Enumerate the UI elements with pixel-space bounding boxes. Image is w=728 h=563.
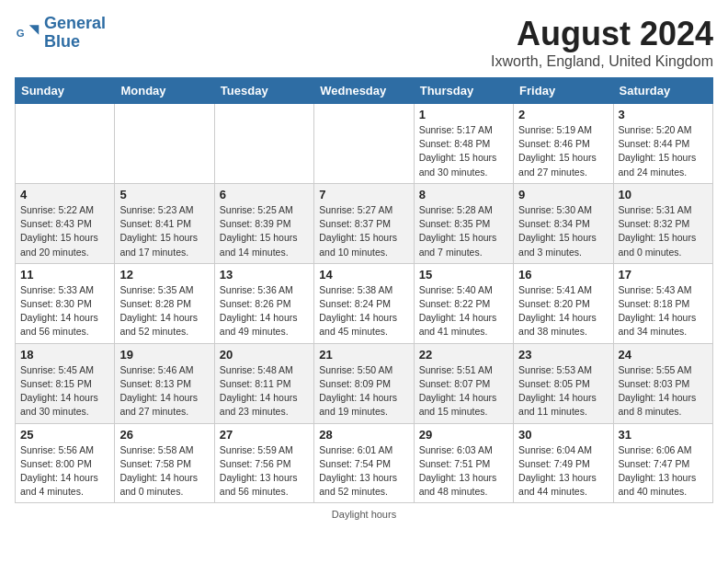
calendar-week-row: 18Sunrise: 5:45 AMSunset: 8:15 PMDayligh… bbox=[16, 343, 713, 423]
calendar-cell: 29Sunrise: 6:03 AMSunset: 7:51 PMDayligh… bbox=[414, 423, 513, 503]
svg-text:G: G bbox=[17, 27, 25, 38]
footer-note: Daylight hours bbox=[15, 509, 713, 520]
calendar-cell: 24Sunrise: 5:55 AMSunset: 8:03 PMDayligh… bbox=[613, 343, 712, 423]
day-number: 8 bbox=[419, 188, 508, 201]
day-number: 27 bbox=[220, 428, 309, 442]
calendar-cell: 26Sunrise: 5:58 AMSunset: 7:58 PMDayligh… bbox=[115, 423, 214, 503]
day-info: Sunrise: 5:25 AMSunset: 8:39 PMDaylight:… bbox=[220, 203, 309, 259]
day-number: 29 bbox=[419, 428, 508, 442]
day-number: 24 bbox=[619, 348, 708, 362]
calendar-cell: 16Sunrise: 5:41 AMSunset: 8:20 PMDayligh… bbox=[514, 263, 613, 343]
day-number: 4 bbox=[20, 188, 109, 201]
day-info: Sunrise: 5:35 AMSunset: 8:28 PMDaylight:… bbox=[119, 283, 209, 339]
day-info: Sunrise: 5:58 AMSunset: 7:58 PMDaylight:… bbox=[119, 443, 209, 500]
day-number: 7 bbox=[319, 188, 408, 201]
day-info: Sunrise: 5:36 AMSunset: 8:26 PMDaylight:… bbox=[220, 283, 309, 339]
day-info: Sunrise: 6:03 AMSunset: 7:51 PMDaylight:… bbox=[419, 443, 508, 500]
calendar-header-row: SundayMondayTuesdayWednesdayThursdayFrid… bbox=[16, 78, 713, 104]
day-number: 14 bbox=[319, 268, 408, 282]
day-number: 16 bbox=[518, 268, 608, 282]
day-number: 31 bbox=[619, 428, 708, 442]
calendar-cell: 27Sunrise: 5:59 AMSunset: 7:56 PMDayligh… bbox=[214, 423, 313, 503]
day-info: Sunrise: 6:04 AMSunset: 7:49 PMDaylight:… bbox=[518, 443, 608, 500]
day-number: 26 bbox=[119, 428, 209, 442]
calendar-cell: 28Sunrise: 6:01 AMSunset: 7:54 PMDayligh… bbox=[314, 423, 414, 503]
calendar-day-header: Saturday bbox=[613, 78, 712, 104]
calendar-table: SundayMondayTuesdayWednesdayThursdayFrid… bbox=[15, 77, 713, 503]
calendar-cell: 15Sunrise: 5:40 AMSunset: 8:22 PMDayligh… bbox=[414, 263, 513, 343]
day-info: Sunrise: 5:30 AMSunset: 8:34 PMDaylight:… bbox=[518, 203, 608, 259]
logo-text: General Blue bbox=[44, 15, 106, 52]
day-info: Sunrise: 5:19 AMSunset: 8:46 PMDaylight:… bbox=[518, 123, 608, 179]
calendar-cell: 22Sunrise: 5:51 AMSunset: 8:07 PMDayligh… bbox=[414, 343, 513, 423]
day-number: 1 bbox=[419, 108, 508, 121]
day-info: Sunrise: 5:20 AMSunset: 8:44 PMDaylight:… bbox=[619, 123, 708, 179]
calendar-cell: 10Sunrise: 5:31 AMSunset: 8:32 PMDayligh… bbox=[613, 183, 712, 263]
calendar-cell: 14Sunrise: 5:38 AMSunset: 8:24 PMDayligh… bbox=[314, 263, 414, 343]
calendar-cell: 13Sunrise: 5:36 AMSunset: 8:26 PMDayligh… bbox=[214, 263, 313, 343]
day-info: Sunrise: 5:41 AMSunset: 8:20 PMDaylight:… bbox=[518, 283, 608, 339]
day-number: 22 bbox=[419, 348, 508, 362]
day-info: Sunrise: 6:06 AMSunset: 7:47 PMDaylight:… bbox=[619, 443, 708, 500]
calendar-day-header: Wednesday bbox=[314, 78, 414, 104]
day-number: 18 bbox=[20, 348, 109, 362]
calendar-week-row: 4Sunrise: 5:22 AMSunset: 8:43 PMDaylight… bbox=[16, 183, 713, 263]
day-number: 30 bbox=[518, 428, 608, 442]
day-number: 19 bbox=[119, 348, 209, 362]
day-info: Sunrise: 5:51 AMSunset: 8:07 PMDaylight:… bbox=[419, 363, 508, 419]
day-number: 3 bbox=[619, 108, 708, 121]
calendar-cell bbox=[314, 104, 414, 184]
day-info: Sunrise: 5:46 AMSunset: 8:13 PMDaylight:… bbox=[119, 363, 209, 419]
calendar-cell: 17Sunrise: 5:43 AMSunset: 8:18 PMDayligh… bbox=[613, 263, 712, 343]
calendar-week-row: 25Sunrise: 5:56 AMSunset: 8:00 PMDayligh… bbox=[16, 423, 713, 503]
day-info: Sunrise: 5:53 AMSunset: 8:05 PMDaylight:… bbox=[518, 363, 608, 419]
calendar-cell: 12Sunrise: 5:35 AMSunset: 8:28 PMDayligh… bbox=[115, 263, 214, 343]
calendar-cell: 6Sunrise: 5:25 AMSunset: 8:39 PMDaylight… bbox=[214, 183, 313, 263]
day-info: Sunrise: 5:23 AMSunset: 8:41 PMDaylight:… bbox=[119, 203, 209, 259]
calendar-day-header: Friday bbox=[514, 78, 613, 104]
calendar-cell: 4Sunrise: 5:22 AMSunset: 8:43 PMDaylight… bbox=[16, 183, 115, 263]
calendar-cell: 5Sunrise: 5:23 AMSunset: 8:41 PMDaylight… bbox=[115, 183, 214, 263]
day-number: 23 bbox=[518, 348, 608, 362]
day-number: 17 bbox=[619, 268, 708, 282]
day-number: 9 bbox=[518, 188, 608, 201]
calendar-cell bbox=[115, 104, 214, 184]
day-info: Sunrise: 6:01 AMSunset: 7:54 PMDaylight:… bbox=[319, 443, 408, 500]
day-info: Sunrise: 5:55 AMSunset: 8:03 PMDaylight:… bbox=[619, 363, 708, 419]
calendar-day-header: Monday bbox=[115, 78, 214, 104]
day-info: Sunrise: 5:56 AMSunset: 8:00 PMDaylight:… bbox=[20, 443, 109, 500]
calendar-cell: 21Sunrise: 5:50 AMSunset: 8:09 PMDayligh… bbox=[314, 343, 414, 423]
day-number: 15 bbox=[419, 268, 508, 282]
logo-icon: G bbox=[15, 20, 40, 46]
day-number: 13 bbox=[220, 268, 309, 282]
calendar-cell: 31Sunrise: 6:06 AMSunset: 7:47 PMDayligh… bbox=[613, 423, 712, 503]
day-number: 12 bbox=[119, 268, 209, 282]
day-number: 10 bbox=[619, 188, 708, 201]
calendar-week-row: 1Sunrise: 5:17 AMSunset: 8:48 PMDaylight… bbox=[16, 104, 713, 184]
day-number: 11 bbox=[20, 268, 109, 282]
day-info: Sunrise: 5:38 AMSunset: 8:24 PMDaylight:… bbox=[319, 283, 408, 339]
calendar-cell: 1Sunrise: 5:17 AMSunset: 8:48 PMDaylight… bbox=[414, 104, 513, 184]
title-block: August 2024 Ixworth, England, United Kin… bbox=[491, 15, 713, 70]
day-number: 20 bbox=[220, 348, 309, 362]
calendar-cell: 7Sunrise: 5:27 AMSunset: 8:37 PMDaylight… bbox=[314, 183, 414, 263]
calendar-cell: 2Sunrise: 5:19 AMSunset: 8:46 PMDaylight… bbox=[514, 104, 613, 184]
day-number: 2 bbox=[518, 108, 608, 121]
calendar-cell bbox=[214, 104, 313, 184]
calendar-cell: 8Sunrise: 5:28 AMSunset: 8:35 PMDaylight… bbox=[414, 183, 513, 263]
page-header: G General Blue August 2024 Ixworth, Engl… bbox=[15, 15, 713, 70]
day-info: Sunrise: 5:40 AMSunset: 8:22 PMDaylight:… bbox=[419, 283, 508, 339]
day-info: Sunrise: 5:48 AMSunset: 8:11 PMDaylight:… bbox=[220, 363, 309, 419]
day-info: Sunrise: 5:59 AMSunset: 7:56 PMDaylight:… bbox=[220, 443, 309, 500]
calendar-cell: 3Sunrise: 5:20 AMSunset: 8:44 PMDaylight… bbox=[613, 104, 712, 184]
day-info: Sunrise: 5:28 AMSunset: 8:35 PMDaylight:… bbox=[419, 203, 508, 259]
day-number: 6 bbox=[220, 188, 309, 201]
calendar-day-header: Thursday bbox=[414, 78, 513, 104]
calendar-cell: 9Sunrise: 5:30 AMSunset: 8:34 PMDaylight… bbox=[514, 183, 613, 263]
day-info: Sunrise: 5:45 AMSunset: 8:15 PMDaylight:… bbox=[20, 363, 109, 419]
day-info: Sunrise: 5:50 AMSunset: 8:09 PMDaylight:… bbox=[319, 363, 408, 419]
logo: G General Blue bbox=[15, 15, 106, 52]
day-info: Sunrise: 5:33 AMSunset: 8:30 PMDaylight:… bbox=[20, 283, 109, 339]
page-title: August 2024 bbox=[491, 15, 713, 53]
calendar-cell bbox=[16, 104, 115, 184]
